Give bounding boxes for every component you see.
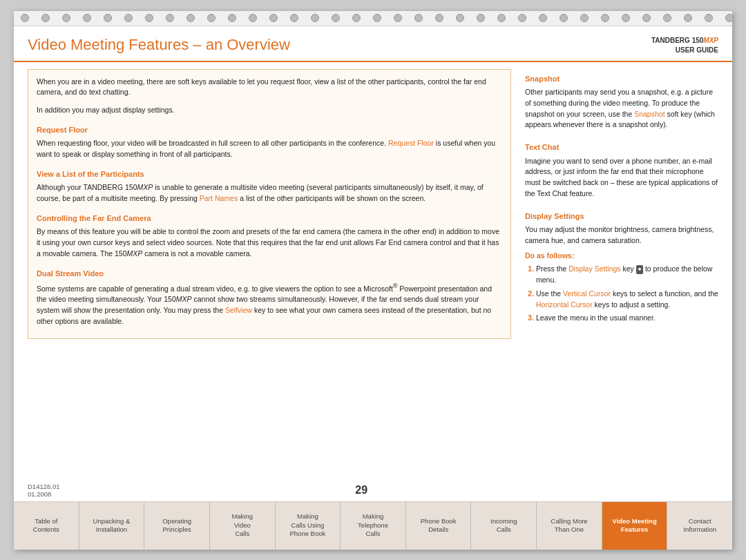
page-header: Video Meeting Features – an Overview TAN… — [14, 26, 732, 62]
binding-hole — [705, 14, 713, 22]
binding-hole — [352, 14, 361, 22]
tab-contact-information[interactable]: ContactInformation — [667, 502, 732, 550]
left-column: When you are in a video meeting, there a… — [28, 69, 511, 339]
binding-hole — [83, 14, 91, 22]
tab-unpacking-installation[interactable]: Unpacking &Installation — [79, 502, 145, 550]
binding-hole — [166, 14, 174, 22]
doc-date: 01.2008 — [28, 490, 59, 498]
link-request-floor: Request Floor — [388, 139, 434, 147]
tab-making-telephone-calls[interactable]: MakingTelephoneCalls — [341, 502, 406, 550]
body-display-settings: You may adjust the monitor brightness, c… — [525, 224, 718, 247]
step-2: Use the Vertical Cursor keys to select a… — [536, 289, 718, 311]
binding-hole — [104, 14, 112, 22]
binding-hole — [249, 14, 257, 22]
binding-hole — [663, 14, 671, 22]
section-heading-dual-stream: Dual Stream Video — [37, 268, 502, 280]
tab-incoming-calls[interactable]: IncomingCalls — [471, 502, 537, 550]
do-as-follows-label: Do as follows: — [525, 251, 718, 262]
body-text-chat: Imagine you want to send over a phone nu… — [525, 156, 718, 200]
section-display-settings: Display Settings You may adjust the moni… — [525, 211, 718, 325]
section-body-participants: Although your TANDBERG 150MXP is unable … — [37, 182, 502, 204]
doc-info: D14126.01 01.2008 — [28, 483, 59, 498]
binding-hole — [269, 14, 278, 22]
heading-text-chat: Text Chat — [525, 142, 718, 153]
page: Video Meeting Features – an Overview TAN… — [14, 11, 732, 550]
section-heading-participants: View a List of the Participants — [37, 168, 502, 180]
intro-paragraph-1: When you are in a video meeting, there a… — [37, 77, 502, 99]
steps-list: Press the Display Settings key ■ to prod… — [525, 264, 718, 324]
binding-hole — [560, 14, 568, 22]
brand-guide: USER GUIDE — [676, 46, 718, 54]
binding-hole — [601, 14, 609, 22]
binding-hole — [62, 14, 70, 22]
body-snapshot: Other participants may send you a snapsh… — [525, 87, 718, 131]
binding-hole — [456, 14, 464, 22]
binding-hole — [622, 14, 630, 22]
binding-hole — [373, 14, 381, 22]
binding-strip — [14, 11, 732, 26]
heading-display-settings: Display Settings — [525, 211, 718, 222]
section-snapshot: Snapshot Other participants may send you… — [525, 73, 718, 131]
binding-hole — [477, 14, 485, 22]
binding-hole — [311, 14, 319, 22]
tab-making-calls-phone-book[interactable]: MakingCalls UsingPhone Book — [276, 502, 341, 550]
heading-snapshot: Snapshot — [525, 73, 718, 85]
step-1: Press the Display Settings key ■ to prod… — [536, 264, 718, 286]
tab-table-of-contents[interactable]: Table ofContents — [14, 502, 79, 550]
link-display-settings: Display Settings — [568, 264, 620, 273]
main-content: When you are in a video meeting, there a… — [14, 62, 732, 346]
binding-hole — [518, 14, 526, 22]
section-text-chat: Text Chat Imagine you want to send over … — [525, 142, 718, 200]
binding-hole — [435, 14, 443, 22]
doc-number: D14126.01 — [28, 483, 59, 490]
section-body-request-floor: When requesting floor, your video will b… — [37, 138, 502, 160]
section-heading-far-end-camera: Controlling the Far End Camera — [37, 213, 502, 224]
page-footer: D14126.01 01.2008 29 — [28, 483, 718, 498]
link-snapshot: Snapshot — [634, 110, 664, 118]
right-column: Snapshot Other participants may send you… — [525, 69, 718, 339]
binding-hole — [41, 14, 50, 22]
tab-video-meeting-features[interactable]: Video MeetingFeatures — [602, 502, 668, 550]
brand: TANDBERG 150MXP USER GUIDE — [651, 36, 718, 55]
binding-hole — [642, 14, 651, 22]
intro-paragraph-2: In addition you may adjust display setti… — [37, 105, 502, 116]
binding-hole — [414, 14, 423, 22]
link-selfview: Selfview — [225, 306, 252, 314]
binding-hole — [145, 14, 153, 22]
brand-name: TANDBERG 150MXP — [651, 37, 718, 44]
tab-operating-principles[interactable]: OperatingPrinciples — [144, 502, 210, 550]
binding-hole — [394, 14, 402, 22]
tab-calling-more-than-one[interactable]: Calling MoreThan One — [537, 502, 602, 550]
binding-hole — [21, 14, 29, 22]
binding-hole — [580, 14, 589, 22]
section-heading-request-floor: Request Floor — [37, 124, 502, 136]
binding-hole — [228, 14, 236, 22]
page-number: 29 — [355, 484, 367, 496]
tab-phone-book-details[interactable]: Phone BookDetails — [406, 502, 472, 550]
binding-hole — [207, 14, 216, 22]
page-title: Video Meeting Features – an Overview — [28, 36, 290, 54]
section-body-far-end-camera: By means of this feature you will be abl… — [37, 226, 502, 259]
tab-making-video-calls[interactable]: MakingVideoCalls — [210, 502, 276, 550]
key-icon: ■ — [636, 265, 643, 274]
link-vertical-cursor: Vertical Cursor — [563, 289, 611, 298]
link-horizontal-cursor: Horizontal Cursor — [536, 300, 593, 309]
step-3: Leave the menu in the usual manner. — [536, 313, 718, 324]
binding-hole — [290, 14, 298, 22]
nav-bar: Table ofContents Unpacking &Installation… — [14, 501, 732, 550]
binding-hole — [497, 14, 506, 22]
binding-hole — [725, 14, 734, 22]
binding-hole — [332, 14, 340, 22]
section-body-dual-stream: Some systems are capable of generating a… — [37, 282, 502, 327]
binding-hole — [186, 14, 195, 22]
binding-hole — [124, 14, 133, 22]
binding-hole — [684, 14, 692, 22]
binding-hole — [539, 14, 547, 22]
link-part-names: Part Names — [200, 194, 238, 202]
